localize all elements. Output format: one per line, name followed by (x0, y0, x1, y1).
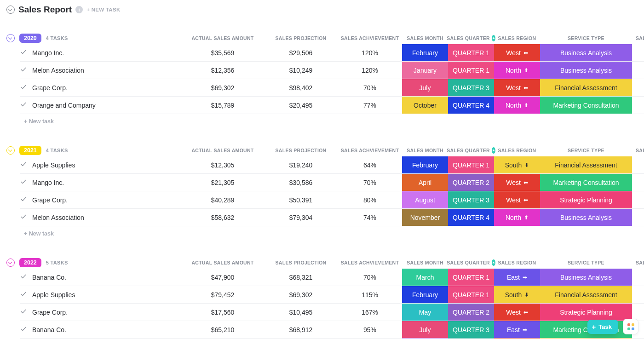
task-name-cell[interactable]: Banana Co. (20, 269, 181, 286)
table-row[interactable]: Apple Supplies$12,305$19,24064%FebruaryQ… (20, 156, 644, 174)
col-sales-projection[interactable]: SALES PROJECTION (264, 35, 338, 41)
cell-sales-achievement[interactable]: 80% (338, 191, 402, 208)
new-task-row[interactable]: + New task (20, 114, 644, 129)
cell-sales-region[interactable]: West⬅ (494, 191, 540, 208)
cell-service-type[interactable]: Business Analysis (540, 44, 632, 61)
check-icon[interactable] (20, 49, 27, 57)
cell-sales-month[interactable]: April (402, 174, 448, 191)
cell-sales-projection[interactable]: $19,240 (264, 156, 338, 173)
col-sales-region[interactable]: SALES REGION (494, 148, 540, 153)
col-service-type[interactable]: SERVICE TYPE (540, 35, 632, 41)
cell-sales-projection[interactable]: $50,391 (264, 191, 338, 208)
cell-sales-region[interactable]: East➡ (494, 321, 540, 338)
cell-actual-sales[interactable]: $58,632 (181, 209, 264, 226)
cell-sales-month[interactable]: November (402, 209, 448, 226)
task-name-cell[interactable]: Apple Supplies (20, 156, 181, 173)
table-row[interactable]: Melon Association$12,356$10,249120%Janua… (20, 62, 644, 79)
cell-sales-quarter[interactable]: QUARTER 1 (448, 62, 494, 79)
info-icon[interactable]: i (75, 6, 83, 13)
cell-sales-projection[interactable]: $20,495 (264, 97, 338, 114)
cell-actual-sales[interactable]: $65,210 (181, 321, 264, 338)
collapse-all-icon[interactable] (6, 6, 15, 14)
col-overflow[interactable]: SAL (632, 260, 644, 265)
cell-service-type[interactable]: Strategic Planning (540, 304, 632, 321)
col-sales-projection[interactable]: SALES PROJECTION (264, 260, 338, 265)
cell-sales-achievement[interactable]: 64% (338, 156, 402, 173)
cell-sales-month[interactable]: July (402, 321, 448, 338)
table-row[interactable]: Apple Supplies$79,452$69,302115%February… (20, 286, 644, 304)
task-name-cell[interactable]: Grape Corp. (20, 191, 181, 208)
table-row[interactable]: Banana Co.$47,900$68,32170%MarchQUARTER … (20, 269, 644, 286)
cell-sales-month[interactable]: July (402, 79, 448, 96)
cell-actual-sales[interactable]: $17,560 (181, 304, 264, 321)
cell-sales-achievement[interactable]: 120% (338, 62, 402, 79)
cell-sales-projection[interactable]: $30,586 (264, 174, 338, 191)
cell-actual-sales[interactable]: $12,356 (181, 62, 264, 79)
col-actual-sales[interactable]: ACTUAL SALES AMOUNT (181, 260, 264, 265)
check-icon[interactable] (20, 273, 27, 281)
table-row[interactable]: Grape Corp.$17,560$10,495167%MayQUARTER … (20, 304, 644, 321)
task-name-cell[interactable]: Grape Corp. (20, 304, 181, 321)
cell-sales-region[interactable]: West⬅ (494, 304, 540, 321)
cell-sales-achievement[interactable]: 120% (338, 44, 402, 61)
cell-sales-quarter[interactable]: QUARTER 3 (448, 191, 494, 208)
cell-sales-achievement[interactable]: 95% (338, 321, 402, 338)
cell-sales-quarter[interactable]: QUARTER 1 (448, 269, 494, 286)
cell-sales-projection[interactable]: $68,321 (264, 269, 338, 286)
cell-sales-achievement[interactable]: 115% (338, 286, 402, 303)
check-icon[interactable] (20, 161, 27, 169)
task-name-cell[interactable]: Melon Association (20, 62, 181, 79)
cell-sales-quarter[interactable]: QUARTER 1 (448, 44, 494, 61)
group-year-pill[interactable]: 2022 (19, 258, 41, 267)
cell-sales-quarter[interactable]: QUARTER 4 (448, 209, 494, 226)
cell-sales-achievement[interactable]: 70% (338, 79, 402, 96)
check-icon[interactable] (20, 326, 27, 333)
cell-sales-projection[interactable]: $69,302 (264, 286, 338, 303)
apps-button[interactable] (623, 319, 638, 334)
cell-sales-quarter[interactable]: QUARTER 1 (448, 286, 494, 303)
cell-sales-achievement[interactable]: 70% (338, 269, 402, 286)
task-name-cell[interactable]: Orange and Company (20, 97, 181, 114)
col-overflow[interactable]: SAL (632, 35, 644, 41)
cell-sales-month[interactable]: February (402, 286, 448, 303)
cell-actual-sales[interactable]: $79,452 (181, 286, 264, 303)
cell-sales-quarter[interactable]: QUARTER 3 (448, 321, 494, 338)
cell-sales-month[interactable]: August (402, 191, 448, 208)
col-sales-quarter[interactable]: SALES QUARTER (448, 147, 494, 154)
cell-service-type[interactable]: Marketing Consultation (540, 174, 632, 191)
check-icon[interactable] (20, 178, 27, 186)
cell-sales-projection[interactable]: $68,912 (264, 321, 338, 338)
group-toggle-icon[interactable] (6, 146, 15, 155)
col-sales-projection[interactable]: SALES PROJECTION (264, 148, 338, 153)
table-row[interactable]: Mango Inc.$21,305$30,58670%AprilQUARTER … (20, 174, 644, 191)
cell-sales-projection[interactable]: $29,506 (264, 44, 338, 61)
cell-service-type[interactable]: Financial Assessment (540, 79, 632, 96)
cell-sales-month[interactable]: March (402, 269, 448, 286)
cell-service-type[interactable]: Strategic Planning (540, 191, 632, 208)
table-row[interactable]: Grape Corp.$69,302$98,40270%JulyQUARTER … (20, 79, 644, 97)
cell-service-type[interactable]: Business Analysis (540, 269, 632, 286)
col-sales-month[interactable]: SALES MONTH (402, 148, 448, 153)
cell-service-type[interactable]: Financial Assessment (540, 286, 632, 303)
check-icon[interactable] (20, 308, 27, 316)
cell-sales-quarter[interactable]: QUARTER 3 (448, 79, 494, 96)
cell-sales-region[interactable]: West⬅ (494, 174, 540, 191)
cell-sales-projection[interactable]: $10,495 (264, 304, 338, 321)
cell-sales-month[interactable]: January (402, 62, 448, 79)
group-year-pill[interactable]: 2021 (19, 146, 41, 155)
cell-sales-region[interactable]: West⬅ (494, 44, 540, 61)
cell-sales-quarter[interactable]: QUARTER 2 (448, 304, 494, 321)
col-service-type[interactable]: SERVICE TYPE (540, 148, 632, 153)
cell-sales-achievement[interactable]: 74% (338, 209, 402, 226)
new-task-row[interactable]: + New task (20, 226, 644, 241)
col-sales-achievement[interactable]: SALES ACHVIEVEMENT (338, 35, 402, 41)
group-toggle-icon[interactable] (6, 34, 15, 42)
col-actual-sales[interactable]: ACTUAL SALES AMOUNT (181, 148, 264, 153)
cell-sales-achievement[interactable]: 70% (338, 174, 402, 191)
cell-service-type[interactable]: Marketing Consultation (540, 97, 632, 114)
table-row[interactable]: Mango Inc.$35,569$29,506120%FebruaryQUAR… (20, 44, 644, 62)
cell-service-type[interactable]: Business Analysis (540, 209, 632, 226)
table-row[interactable]: Melon Association$58,632$79,30474%Novemb… (20, 209, 644, 226)
cell-sales-region[interactable]: North⬆ (494, 209, 540, 226)
cell-actual-sales[interactable]: $15,789 (181, 97, 264, 114)
